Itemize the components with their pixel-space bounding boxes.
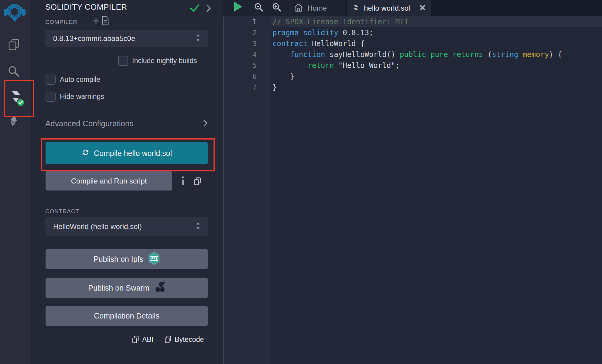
auto-compile-label: Auto compile bbox=[60, 76, 100, 84]
include-nightly-checkbox[interactable] bbox=[118, 56, 128, 66]
panel-footer: ABI Bytecode bbox=[29, 335, 204, 344]
line-number-gutter: 1234567 bbox=[223, 16, 271, 364]
swarm-icon bbox=[154, 281, 165, 295]
code-line-5[interactable]: return "Hello World"; bbox=[272, 60, 562, 71]
indent-guide bbox=[290, 49, 290, 82]
panel-title: SOLIDITY COMPILER bbox=[45, 2, 127, 12]
publish-ipfs-button[interactable]: Publish on Ipfs IPFS bbox=[46, 249, 208, 269]
remix-logo[interactable] bbox=[3, 1, 26, 25]
tab-hello-world-label: hello world.sol bbox=[364, 4, 410, 12]
code-line-7[interactable]: } bbox=[272, 82, 562, 93]
contract-select[interactable]: HelloWorld (hello world.sol) bbox=[45, 217, 208, 236]
compile-and-run-button[interactable]: Compile and Run script bbox=[46, 171, 172, 190]
search-icon[interactable] bbox=[7, 65, 20, 79]
solidity-compiler-panel: SOLIDITY COMPILER COMPILER bbox=[29, 0, 223, 364]
publish-swarm-label: Publish on Swarm bbox=[88, 284, 149, 292]
auto-compile-checkbox[interactable] bbox=[46, 75, 56, 85]
hide-warnings-checkbox[interactable] bbox=[46, 92, 56, 102]
compile-button[interactable]: Compile hello world.sol bbox=[46, 142, 208, 164]
compiler-version-value: 0.8.13+commit.abaa5c0e bbox=[53, 34, 135, 43]
include-nightly-label: Include nightly builds bbox=[132, 57, 197, 65]
copy-icon bbox=[132, 335, 139, 344]
code-line-6[interactable]: } bbox=[272, 71, 562, 82]
add-compiler-icon[interactable] bbox=[92, 17, 100, 26]
copy-script-icon[interactable] bbox=[193, 177, 202, 187]
close-tab-icon[interactable] bbox=[419, 4, 426, 12]
code-line-3[interactable]: contract HelloWorld { bbox=[272, 38, 562, 49]
zoom-in-icon[interactable] bbox=[272, 2, 282, 13]
compiler-section-label: COMPILER bbox=[45, 19, 77, 25]
file-explorer-icon[interactable] bbox=[8, 39, 20, 52]
advanced-configurations-toggle[interactable]: Advanced Configurations bbox=[45, 119, 134, 128]
code-line-2[interactable]: pragma solidity 0.8.13; bbox=[272, 27, 562, 38]
run-script-icon[interactable] bbox=[233, 2, 242, 13]
activity-bar bbox=[0, 0, 29, 364]
code-line-1[interactable]: // SPDX-License-Identifier: MIT bbox=[272, 16, 562, 27]
select-arrows-icon bbox=[196, 34, 200, 43]
copy-bytecode-button[interactable]: Bytecode bbox=[164, 335, 204, 344]
panel-chevron-right-icon[interactable] bbox=[206, 4, 211, 13]
contract-select-value: HelloWorld (hello world.sol) bbox=[53, 222, 142, 231]
code-lines[interactable]: // SPDX-License-Identifier: MITpragma so… bbox=[272, 16, 562, 93]
compile-button-label: Compile hello world.sol bbox=[94, 149, 172, 158]
publish-swarm-button[interactable]: Publish on Swarm bbox=[46, 278, 208, 298]
compilation-details-label: Compilation Details bbox=[94, 312, 159, 320]
tabbar-empty-space bbox=[431, 0, 602, 16]
compile-success-check-icon bbox=[190, 4, 200, 13]
publish-ipfs-label: Publish on Ipfs bbox=[94, 255, 143, 264]
advanced-chevron-right-icon[interactable] bbox=[203, 120, 208, 128]
refresh-icon bbox=[81, 148, 90, 158]
tab-home[interactable]: Home bbox=[287, 0, 350, 16]
tab-hello-world-sol[interactable]: hello world.sol bbox=[346, 0, 431, 16]
abi-label: ABI bbox=[142, 335, 153, 344]
svg-text:IPFS: IPFS bbox=[150, 256, 157, 260]
select-arrows-icon bbox=[196, 222, 200, 231]
editor-area: Home hello world.sol 1234567 // SPDX-Lic… bbox=[223, 0, 602, 364]
compiler-config-file-icon[interactable] bbox=[101, 16, 109, 27]
tab-home-label: Home bbox=[307, 4, 327, 12]
home-icon bbox=[294, 3, 303, 14]
solidity-compiler-icon[interactable] bbox=[9, 89, 26, 109]
zoom-out-icon[interactable] bbox=[254, 2, 264, 13]
code-line-4[interactable]: function sayHelloWorld() public pure ret… bbox=[272, 49, 562, 60]
compiler-version-select[interactable]: 0.8.13+commit.abaa5c0e bbox=[45, 30, 208, 47]
bytecode-label: Bytecode bbox=[175, 335, 204, 344]
compilation-details-button[interactable]: Compilation Details bbox=[46, 306, 208, 326]
compile-and-run-label: Compile and Run script bbox=[71, 177, 147, 185]
info-icon[interactable] bbox=[181, 176, 185, 187]
hide-warnings-label: Hide warnings bbox=[60, 93, 104, 101]
ipfs-badge-icon: IPFS bbox=[148, 252, 160, 267]
contract-section-label: CONTRACT bbox=[45, 208, 79, 215]
deploy-and-run-icon[interactable] bbox=[7, 115, 21, 129]
copy-abi-button[interactable]: ABI bbox=[132, 335, 153, 344]
solidity-file-icon bbox=[352, 3, 360, 13]
remix-ide-window: SOLIDITY COMPILER COMPILER bbox=[0, 0, 602, 364]
copy-icon bbox=[164, 335, 172, 344]
